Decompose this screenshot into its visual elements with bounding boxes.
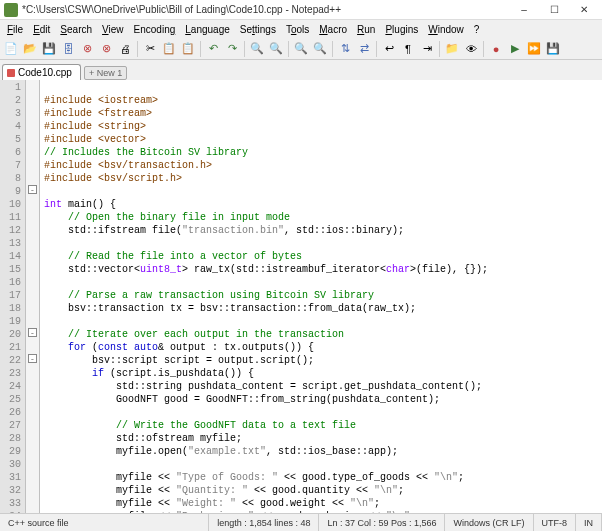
fold-toggle-icon[interactable]: - [28, 354, 37, 363]
tab-bar: Code10.cpp + New 1 [0, 60, 602, 80]
menu-encoding[interactable]: Encoding [129, 22, 181, 37]
menu-view[interactable]: View [97, 22, 129, 37]
save-icon[interactable]: 💾 [40, 40, 58, 58]
menu-help[interactable]: ? [469, 22, 485, 37]
status-encoding[interactable]: UTF-8 [534, 514, 577, 531]
status-position: Ln : 37 Col : 59 Pos : 1,566 [319, 514, 445, 531]
window-title: *C:\Users\CSW\OneDrive\Public\Bill of La… [22, 4, 510, 15]
toolbar: 📄 📂 💾 🗄 ⊗ ⊗ 🖨 ✂ 📋 📋 ↶ ↷ 🔍 🔍 🔍 🔍 ⇅ ⇄ ↩ ¶ … [0, 38, 602, 60]
folder-icon[interactable]: 📁 [443, 40, 461, 58]
fold-margin[interactable]: - - - [26, 80, 40, 513]
paste-icon[interactable]: 📋 [179, 40, 197, 58]
status-eol[interactable]: Windows (CR LF) [445, 514, 533, 531]
menu-plugins[interactable]: Plugins [380, 22, 423, 37]
open-file-icon[interactable]: 📂 [21, 40, 39, 58]
tab-code10[interactable]: Code10.cpp [2, 64, 81, 80]
new-tab-button[interactable]: + New 1 [84, 66, 127, 80]
menu-edit[interactable]: Edit [28, 22, 55, 37]
play-icon[interactable]: ▶ [506, 40, 524, 58]
app-icon [4, 3, 18, 17]
redo-icon[interactable]: ↷ [223, 40, 241, 58]
cut-icon[interactable]: ✂ [141, 40, 159, 58]
line-number-gutter: 1234567891011121314151617181920212223242… [0, 80, 26, 513]
print-icon[interactable]: 🖨 [116, 40, 134, 58]
editor-area[interactable]: 1234567891011121314151617181920212223242… [0, 80, 602, 513]
menu-file[interactable]: File [2, 22, 28, 37]
replace-icon[interactable]: 🔍 [267, 40, 285, 58]
sync-v-icon[interactable]: ⇅ [336, 40, 354, 58]
status-language: C++ source file [0, 514, 209, 531]
menu-search[interactable]: Search [55, 22, 97, 37]
menu-language[interactable]: Language [180, 22, 235, 37]
unsaved-indicator-icon [7, 69, 15, 77]
close-button[interactable]: ✕ [570, 1, 598, 19]
save-macro-icon[interactable]: 💾 [544, 40, 562, 58]
monitor-icon[interactable]: 👁 [462, 40, 480, 58]
playback-fast-icon[interactable]: ⏩ [525, 40, 543, 58]
new-file-icon[interactable]: 📄 [2, 40, 20, 58]
indent-icon[interactable]: ⇥ [418, 40, 436, 58]
menu-macro[interactable]: Macro [314, 22, 352, 37]
undo-icon[interactable]: ↶ [204, 40, 222, 58]
fold-toggle-icon[interactable]: - [28, 328, 37, 337]
record-icon[interactable]: ● [487, 40, 505, 58]
wordwrap-icon[interactable]: ↩ [380, 40, 398, 58]
find-icon[interactable]: 🔍 [248, 40, 266, 58]
maximize-button[interactable]: ☐ [540, 1, 568, 19]
code-content[interactable]: #include <iostream> #include <fstream> #… [40, 80, 602, 513]
menu-window[interactable]: Window [423, 22, 469, 37]
close-all-icon[interactable]: ⊗ [97, 40, 115, 58]
menu-tools[interactable]: Tools [281, 22, 314, 37]
minimize-button[interactable]: – [510, 1, 538, 19]
status-insert-mode[interactable]: IN [576, 514, 602, 531]
zoom-out-icon[interactable]: 🔍 [311, 40, 329, 58]
fold-toggle-icon[interactable]: - [28, 185, 37, 194]
status-bar: C++ source file length : 1,854 lines : 4… [0, 513, 602, 531]
title-bar: *C:\Users\CSW\OneDrive\Public\Bill of La… [0, 0, 602, 20]
sync-h-icon[interactable]: ⇄ [355, 40, 373, 58]
allchars-icon[interactable]: ¶ [399, 40, 417, 58]
copy-icon[interactable]: 📋 [160, 40, 178, 58]
close-file-icon[interactable]: ⊗ [78, 40, 96, 58]
zoom-in-icon[interactable]: 🔍 [292, 40, 310, 58]
menu-run[interactable]: Run [352, 22, 380, 37]
save-all-icon[interactable]: 🗄 [59, 40, 77, 58]
menu-settings[interactable]: Settings [235, 22, 281, 37]
menu-bar: File Edit Search View Encoding Language … [0, 20, 602, 38]
tab-label: Code10.cpp [18, 67, 72, 78]
status-length: length : 1,854 lines : 48 [209, 514, 319, 531]
